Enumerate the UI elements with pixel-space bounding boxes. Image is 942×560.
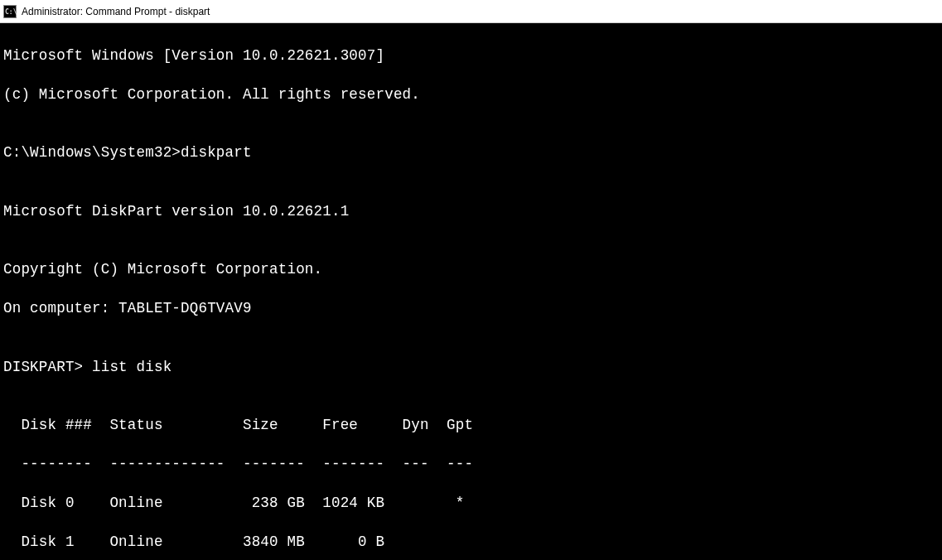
- svg-text:C:\.: C:\.: [5, 8, 17, 16]
- output-line: (c) Microsoft Corporation. All rights re…: [3, 85, 939, 105]
- table-row: Disk 1 Online 3840 MB 0 B: [3, 533, 939, 553]
- window-title: Administrator: Command Prompt - diskpart: [22, 6, 210, 17]
- prompt-line: C:\Windows\System32>diskpart: [3, 143, 939, 163]
- output-line: Microsoft Windows [Version 10.0.22621.30…: [3, 46, 939, 66]
- output-line: On computer: TABLET-DQ6TVAV9: [3, 299, 939, 319]
- prompt-line: DISKPART> list disk: [3, 358, 939, 378]
- table-header: Disk ### Status Size Free Dyn Gpt: [3, 416, 939, 436]
- table-divider: -------- ------------- ------- ------- -…: [3, 455, 939, 475]
- table-row: Disk 0 Online 238 GB 1024 KB *: [3, 494, 939, 514]
- output-line: Microsoft DiskPart version 10.0.22621.1: [3, 202, 939, 222]
- cmd-icon: C:\.: [3, 5, 17, 18]
- output-line: Copyright (C) Microsoft Corporation.: [3, 260, 939, 280]
- terminal-output[interactable]: Microsoft Windows [Version 10.0.22621.30…: [0, 23, 942, 560]
- title-bar[interactable]: C:\. Administrator: Command Prompt - dis…: [0, 0, 942, 23]
